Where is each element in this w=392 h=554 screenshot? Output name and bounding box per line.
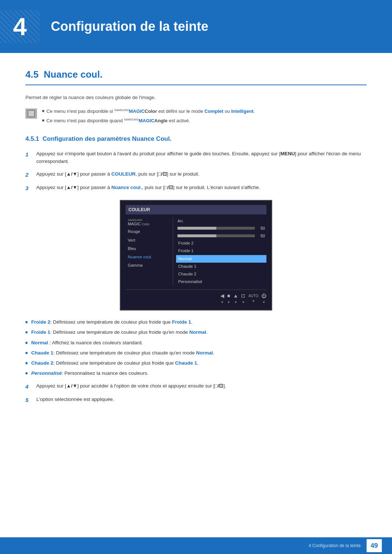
option-chaude1: Chaude 1: [176, 263, 266, 270]
bullet-perso: Personnalisé: Personnalisez la nuance de…: [25, 370, 367, 377]
bullet-normal: Normal : Affichez la nuance des couleurs…: [25, 339, 367, 346]
footer-text: 4 Configuration de la teinte: [309, 542, 361, 549]
step-5-num: 5: [25, 396, 32, 405]
subsection-heading: 4.5.1 Configuration des paramètres Nuanc…: [25, 134, 367, 144]
toolbar-up-icon: ▲ ▼: [233, 292, 238, 305]
toolbar-back-icon: ◀ ▼: [220, 292, 224, 305]
chapter-number: 4: [13, 14, 27, 39]
bullet-dot-froide1: [25, 331, 28, 333]
menu-item-bleu: Bleu: [126, 245, 169, 253]
monitor-left-menu: SAMSUNGMAGIC Color Rouge Vert Bleu Nuanc…: [126, 217, 173, 286]
section-heading: 4.5 Nuance coul.: [25, 67, 367, 85]
vert-bar-fill: [177, 234, 216, 237]
bullet-froide2-text: Froide 2: Définissez une température de …: [31, 319, 192, 326]
note-line-1: Ce menu n'est pas disponible si SAMSUNGM…: [42, 108, 255, 115]
bullet-froide1: Froide 1: Définissez une température de …: [25, 329, 367, 336]
bullet-normal-text: Normal : Affichez la nuance des couleurs…: [31, 339, 143, 346]
step-1-num: 1: [25, 151, 32, 159]
option-froide2: Froide 2: [176, 239, 266, 247]
menu-item-gamma: Gamma: [126, 261, 169, 270]
step-4-text: Appuyez sur [▲/▼] pour accéder à l'optio…: [36, 382, 226, 390]
rouge-value: 50: [257, 225, 265, 231]
main-content: 4.5 Nuance coul. Permet de régler la nua…: [0, 67, 392, 439]
option-normal: Normal: [176, 255, 266, 263]
step-3-num: 3: [25, 184, 32, 193]
note-box: Ce menu n'est pas disponible si SAMSUNGM…: [25, 108, 367, 124]
bullet-froide2: Froide 2: Définissez une température de …: [25, 319, 367, 326]
step-4-num: 4: [25, 383, 32, 391]
subsection-number: 4.5.1: [25, 135, 42, 142]
vert-bar: [177, 234, 255, 237]
footer-page-number: 49: [367, 539, 382, 552]
bullet-dot-normal: [25, 342, 28, 344]
monitor-screenshot: COULEUR SAMSUNGMAGIC Color Rouge Vert Bl…: [25, 200, 367, 311]
option-perso: Personnalisé: [176, 278, 266, 286]
step-4: 4 Appuyez sur [▲/▼] pour accéder à l'opt…: [25, 382, 367, 391]
note-bullet-1: [42, 110, 44, 112]
toolbar-enter-icon: ⊡ ▼: [241, 292, 245, 305]
step-2: 2 Appuyez sur [▲/▼] pour passer à COULEU…: [25, 171, 367, 179]
monitor-right-panel: Arr. 50 50: [173, 217, 266, 286]
bullet-froide1-text: Froide 1: Définissez une température de …: [31, 329, 208, 336]
monitor-content: SAMSUNGMAGIC Color Rouge Vert Bleu Nuanc…: [126, 217, 266, 286]
rouge-bar: [177, 227, 255, 230]
option-froide1: Froide 1: [176, 247, 266, 255]
page-header: 4 Configuration de la teinte: [0, 0, 392, 53]
monitor-header-bar: COULEUR: [126, 205, 266, 214]
menu-item-nuance: Nuance coul.: [126, 253, 169, 261]
step-2-text: Appuyez sur [▲/▼] pour passer à COULEUR,…: [36, 171, 199, 178]
toolbar-down-icon: ■ ▼: [227, 292, 230, 305]
step-1-text: Appuyez sur n'importe quel bouton à l'av…: [36, 150, 367, 165]
steps-list: 1 Appuyez sur n'importe quel bouton à l'…: [25, 150, 367, 193]
note-bullet-2: [42, 119, 44, 122]
menu-item-vert: Vert: [126, 236, 169, 245]
note-lines: Ce menu n'est pas disponible si SAMSUNGM…: [42, 108, 255, 124]
note-text-2: Ce menu n'est pas disponible quand SAMSU…: [46, 117, 190, 124]
step-1: 1 Appuyez sur n'importe quel bouton à l'…: [25, 150, 367, 165]
toolbar-power-icon: ⏻ ▼: [261, 292, 266, 305]
monitor-toolbar: ◀ ▼ ■ ▼ ▲ ▼ ⊡ ▼ AUTO ▼: [126, 290, 266, 305]
vert-value: 50: [257, 233, 265, 239]
chapter-number-box: 4: [0, 10, 40, 43]
bullet-dot-chaude2: [25, 362, 28, 364]
note-text-1: Ce menu n'est pas disponible si SAMSUNGM…: [46, 108, 255, 115]
bullet-chaude2-text: Chaude 2: Définissez une température de …: [31, 360, 199, 367]
note-icon: [25, 108, 37, 119]
step-3-text: Appuyez sur [▲/▼] pour passer à Nuance c…: [36, 184, 260, 192]
step-5-text: L'option sélectionnée est appliquée.: [36, 396, 114, 403]
menu-item-magic-color: SAMSUNGMAGIC Color: [126, 217, 169, 228]
bullet-dot-froide2: [25, 321, 28, 323]
bullet-chaude2: Chaude 2: Définissez une température de …: [25, 360, 367, 367]
step-5: 5 L'option sélectionnée est appliquée.: [25, 396, 367, 405]
right-rouge-bar: 50: [176, 225, 266, 232]
bullet-chaude1: Chaude 1: Définissez une température de …: [25, 349, 367, 357]
bullet-perso-text: Personnalisé: Personnalisez la nuance de…: [31, 370, 148, 377]
step-3: 3 Appuyez sur [▲/▼] pour passer à Nuance…: [25, 184, 367, 193]
right-arr: Arr.: [176, 217, 266, 225]
toolbar-auto-label: AUTO ▼: [248, 293, 258, 304]
chapter-title: Configuration de la teinte: [51, 17, 208, 36]
bullet-dot-perso: [25, 372, 28, 374]
section-title: Nuance coul.: [44, 69, 103, 80]
rouge-bar-fill: [177, 227, 216, 230]
note-line-2: Ce menu n'est pas disponible quand SAMSU…: [42, 117, 255, 124]
menu-item-rouge: Rouge: [126, 227, 169, 236]
bullet-list: Froide 2: Définissez une température de …: [25, 319, 367, 377]
bullet-chaude1-text: Chaude 1: Définissez une température de …: [31, 349, 215, 357]
bullet-dot-chaude1: [25, 352, 28, 354]
section-number: 4.5: [25, 69, 44, 80]
monitor-screen: COULEUR SAMSUNGMAGIC Color Rouge Vert Bl…: [120, 200, 272, 311]
option-chaude2: Chaude 2: [176, 270, 266, 278]
page-footer: 4 Configuration de la teinte 49: [0, 537, 392, 554]
subsection-title: Configuration des paramètres Nuance Coul…: [42, 135, 171, 142]
pencil-icon: [28, 110, 35, 117]
right-vert-bar: 50: [176, 232, 266, 240]
step-2-num: 2: [25, 171, 32, 179]
section-description: Permet de régler la nuance des couleurs …: [25, 94, 367, 101]
